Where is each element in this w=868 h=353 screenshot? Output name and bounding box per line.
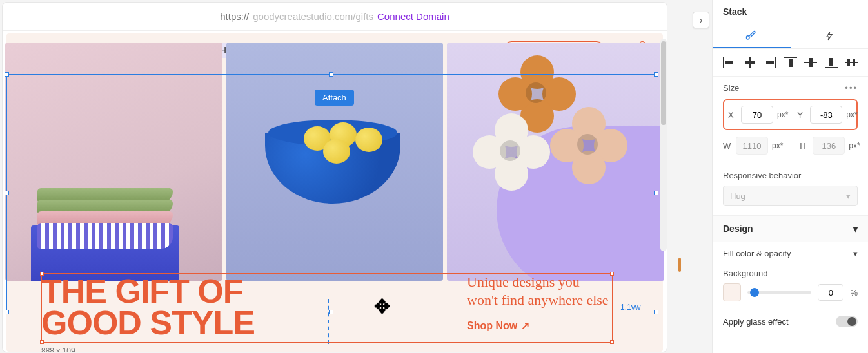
caret-down-icon: ▾	[853, 249, 858, 258]
bolt-icon	[825, 30, 834, 42]
url-host: goodycreatestudio.com/gifts	[253, 11, 373, 22]
hero-images	[3, 43, 667, 281]
alignment-row	[713, 49, 868, 77]
move-cursor-icon: ✥	[374, 295, 390, 318]
hero-image-3[interactable]	[447, 43, 664, 281]
background-swatch[interactable]	[723, 283, 741, 301]
responsive-select[interactable]: Hug ▾	[723, 186, 858, 206]
more-icon[interactable]: •••	[845, 83, 858, 93]
attach-button[interactable]: Attach	[315, 90, 354, 106]
y-unit: px*	[846, 110, 857, 119]
spacing-label: 1.1vw	[620, 303, 640, 312]
size-label: Size	[723, 83, 739, 93]
resize-handle[interactable]	[40, 272, 44, 276]
hero-image-1[interactable]	[5, 43, 222, 281]
scrollbar-thumb[interactable]	[661, 41, 666, 125]
resize-handle[interactable]	[610, 340, 614, 344]
w-label: W	[723, 141, 732, 151]
resize-handle[interactable]	[40, 340, 44, 344]
address-bar: https:// goodycreatestudio.com/gifts Con…	[3, 3, 667, 31]
align-top-icon[interactable]	[784, 57, 797, 68]
glass-effect-row: Apply glass effect	[713, 309, 868, 334]
design-section-header[interactable]: Design ▾	[713, 216, 868, 242]
selection-outline-inner	[41, 273, 613, 343]
chevron-right-icon: ›	[700, 15, 703, 25]
slider-thumb[interactable]	[750, 288, 759, 297]
tab-design[interactable]	[713, 23, 791, 48]
size-section: Size ••• X px* Y px* W px*	[713, 77, 868, 164]
chevron-down-icon: ▾	[846, 191, 851, 201]
h-unit: px*	[849, 141, 860, 150]
editor-canvas: https:// goodycreatestudio.com/gifts Con…	[3, 3, 667, 352]
align-bottom-icon[interactable]	[825, 57, 838, 68]
w-input	[736, 137, 768, 155]
glass-toggle[interactable]	[836, 316, 858, 327]
background-label: Background	[723, 269, 858, 278]
align-left-icon[interactable]	[723, 57, 736, 68]
tab-interactions[interactable]	[791, 23, 869, 48]
x-label: X	[728, 110, 737, 120]
background-section: Background %	[713, 265, 868, 309]
opacity-slider[interactable]	[747, 291, 811, 294]
dimension-label: 888 x 109	[41, 347, 75, 352]
collapse-panel-button[interactable]: ›	[693, 12, 709, 28]
responsive-label: Responsive behavior	[723, 171, 858, 180]
connect-domain-link[interactable]: Connect Domain	[377, 11, 449, 22]
caret-down-icon: ▾	[853, 224, 858, 234]
inspector-title: Stack	[713, 0, 868, 23]
design-label: Design	[723, 224, 753, 234]
h-label: H	[800, 141, 809, 151]
h-input[interactable]	[813, 137, 845, 155]
align-center-h-icon[interactable]	[744, 57, 756, 68]
panel-resize-handle[interactable]	[678, 258, 681, 272]
align-center-v-icon[interactable]	[804, 57, 817, 68]
w-unit: px*	[772, 141, 783, 150]
responsive-section: Responsive behavior Hug ▾	[713, 164, 868, 216]
position-row-highlight: X px* Y px*	[723, 99, 858, 130]
scrollbar-track[interactable]	[660, 39, 667, 251]
opacity-input[interactable]	[818, 284, 843, 301]
brush-icon	[745, 30, 757, 41]
x-unit: px*	[777, 110, 788, 119]
resize-handle[interactable]	[610, 272, 614, 276]
opacity-unit: %	[850, 288, 858, 298]
url-scheme: https://	[220, 11, 249, 22]
y-input[interactable]	[810, 106, 842, 124]
distribute-icon[interactable]	[845, 57, 858, 68]
fill-label: Fill color & opacity	[723, 249, 791, 258]
inspector-panel: Stack Size ••• X	[712, 0, 868, 353]
x-input[interactable]	[741, 106, 773, 124]
fill-opacity-row[interactable]: Fill color & opacity ▾	[713, 242, 868, 265]
hero-image-2[interactable]	[226, 43, 444, 281]
align-right-icon[interactable]	[764, 57, 776, 68]
inspector-tabs	[713, 23, 868, 49]
responsive-value: Hug	[730, 191, 745, 201]
glass-label: Apply glass effect	[723, 317, 789, 327]
y-label: Y	[797, 110, 806, 120]
